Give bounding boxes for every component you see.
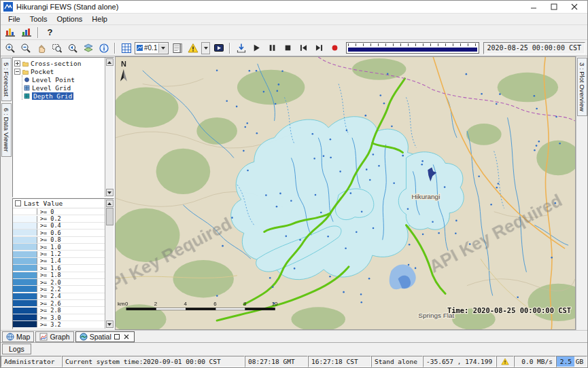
gauge-dot [444, 186, 446, 188]
collapse-icon[interactable] [14, 69, 20, 75]
database-explorer-button[interactable] [3, 26, 17, 39]
float-panel-button[interactable] [114, 333, 121, 341]
tree-item-depth-grid[interactable]: Depth Grid [24, 92, 105, 100]
scroll-thumb[interactable] [106, 208, 114, 225]
logs-row: Logs [1, 342, 587, 356]
gauge-dot [346, 130, 348, 132]
menu-tools[interactable]: Tools [25, 14, 52, 24]
tree-label[interactable]: Level Grid [32, 84, 71, 92]
gauge-dot [559, 143, 561, 145]
tree-item-pocket[interactable]: Pocket [14, 67, 105, 75]
current-datetime-display: 2020-08-25 00:00:00 CST [483, 42, 585, 54]
warning-dropdown-button[interactable] [201, 42, 210, 54]
zoom-out-button[interactable] [18, 41, 33, 55]
tree-label[interactable]: Cross-section [31, 60, 81, 67]
minimize-button[interactable] [523, 1, 544, 13]
gauge-dot [263, 91, 265, 93]
legend-swatch [13, 272, 37, 278]
spatial-map-view[interactable]: Hikurangi Springs Flat API Key Required … [115, 56, 576, 330]
gauge-dot [327, 236, 329, 238]
forecast-dialog-button[interactable] [19, 26, 33, 39]
animation-display-button[interactable] [211, 41, 226, 55]
toolbar-separator [229, 43, 230, 54]
tab-plot-overview[interactable]: 3 : Plot Overview [577, 58, 587, 116]
zoom-in-button[interactable] [3, 41, 17, 55]
gauge-dot [323, 155, 325, 158]
tree-label[interactable]: Depth Grid [32, 92, 73, 100]
info-button[interactable] [97, 41, 111, 55]
legend-swatch [13, 279, 37, 285]
menu-help[interactable]: Help [87, 14, 112, 24]
record-button[interactable] [328, 41, 342, 55]
legend-swatch [13, 258, 37, 264]
legend-label: >= 1.6 [37, 265, 61, 272]
scroll-down-icon[interactable] [106, 189, 114, 196]
tree-label[interactable]: Pocket [31, 68, 54, 75]
scroll-up-icon[interactable] [106, 200, 114, 207]
gauge-dot [534, 95, 536, 97]
grid-display-button[interactable] [119, 41, 133, 55]
export-animation-button[interactable] [234, 41, 248, 55]
gauge-dot [279, 193, 281, 195]
scroll-document-button[interactable] [170, 41, 184, 55]
scroll-up-icon[interactable] [106, 58, 114, 66]
pause-button[interactable] [265, 41, 279, 55]
gauge-dot [499, 93, 501, 95]
legend-swatch [13, 244, 37, 250]
tree-label[interactable]: Level Point [32, 76, 75, 84]
status-system-time: Current system time:2020-09-01 00:00 CST [62, 356, 245, 367]
tree-item-level-point[interactable]: Level Point [24, 75, 105, 84]
threshold-combo[interactable]: #0.1 [135, 42, 169, 54]
timeline-bar[interactable] [348, 48, 477, 52]
tab-map[interactable]: Map [2, 331, 34, 342]
play-button[interactable] [249, 41, 264, 55]
legend-scrollbar[interactable] [105, 199, 114, 329]
layers-button[interactable] [81, 41, 95, 55]
last-value-checkbox[interactable] [15, 200, 21, 206]
close-button[interactable] [564, 1, 585, 13]
legend-swatch [13, 251, 37, 257]
tab-forecast[interactable]: 5 : Forecast [1, 58, 12, 101]
legend-row: >= 1.2 [13, 251, 105, 257]
menu-options[interactable]: Options [52, 14, 87, 24]
tree-children: Level Point Level Grid Depth Grid [22, 75, 105, 100]
help-button[interactable]: ? [43, 26, 57, 39]
thresholds-warning-button[interactable] [186, 41, 200, 55]
threshold-dropdown-button[interactable] [158, 43, 167, 53]
grid-icon [121, 43, 132, 54]
gauge-dot [313, 158, 315, 160]
maximize-button[interactable] [544, 1, 564, 13]
tree-item-cross-section[interactable]: Cross-section [14, 59, 105, 67]
tree-item-level-grid[interactable]: Level Grid [24, 84, 105, 92]
previous-zoom-button[interactable] [65, 41, 80, 55]
skip-to-start-button[interactable] [296, 41, 311, 55]
zoom-rectangle-button[interactable] [50, 41, 64, 55]
skip-to-end-button[interactable] [312, 41, 326, 55]
gauge-dot [421, 160, 423, 162]
legend-label: >= 2.4 [37, 293, 61, 299]
close-panel-button[interactable] [123, 333, 131, 341]
expand-icon[interactable] [14, 60, 20, 67]
threshold-icon [137, 45, 143, 51]
stop-button[interactable] [281, 41, 295, 55]
map-canvas[interactable]: Hikurangi Springs Flat API Key Required … [116, 57, 575, 329]
logs-button[interactable]: Logs [2, 344, 31, 354]
tab-graph[interactable]: Graph [35, 331, 73, 342]
legend-row: >= 2.4 [13, 293, 105, 300]
tab-spatial[interactable]: Spatial [75, 331, 135, 342]
point-layer-icon [24, 77, 30, 83]
pan-button[interactable] [34, 41, 48, 55]
tree-scrollbar[interactable] [105, 58, 114, 197]
menu-file[interactable]: File [3, 14, 25, 24]
scroll-down-icon[interactable] [106, 320, 114, 328]
gauge-dot [415, 268, 417, 270]
status-warning[interactable] [496, 356, 514, 367]
tab-data-viewer[interactable]: 6 : Data Viewer [1, 103, 12, 157]
timeline-slider[interactable] [346, 42, 479, 54]
legend-swatch [13, 286, 37, 292]
legend-swatch [13, 321, 37, 327]
status-gmt-time: 08:27:18 GMT [245, 356, 308, 367]
warning-icon [188, 43, 198, 54]
gauge-dot [222, 245, 224, 247]
warning-icon [501, 358, 509, 365]
